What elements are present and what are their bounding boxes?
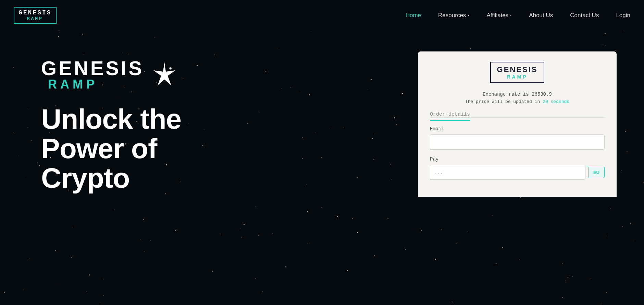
chevron-down-icon: ▾ — [510, 13, 512, 17]
panel-logo-box: GENESIS RAMP — [490, 62, 545, 83]
nav-item-resources[interactable]: Resources ▾ — [438, 12, 469, 19]
price-update-text: The price will be updated in 20 seconds — [430, 99, 605, 104]
hero-line1: Unlock the — [41, 103, 181, 134]
email-label: Email — [430, 126, 605, 132]
hero-heading: Unlock the Power of Crypto — [41, 104, 397, 193]
pay-input[interactable] — [430, 165, 585, 180]
currency-badge: EU — [588, 167, 605, 178]
panel-ramp-text: RAMP — [507, 74, 528, 80]
star-burst-icon — [151, 61, 178, 88]
exchange-rate: Exchange rate is 26530.9 — [430, 92, 605, 97]
nav-item-home[interactable]: Home — [406, 12, 421, 19]
nav-logo[interactable]: GENESIS RAMP — [14, 7, 57, 24]
navigation: GENESIS RAMP Home Resources ▾ Affiliates… — [0, 0, 644, 31]
panel-genesis-text: GENESIS — [497, 65, 538, 74]
hero-logo-text: GENESIS RAMP — [41, 58, 144, 91]
nav-links: Home Resources ▾ Affiliates ▾ About Us C… — [406, 12, 630, 19]
hero-line3: Crypto — [41, 162, 129, 193]
nav-item-contact[interactable]: Contact Us — [570, 12, 599, 19]
nav-item-about[interactable]: About Us — [529, 12, 553, 19]
logo-ramp: RAMP — [27, 16, 43, 21]
chevron-down-icon: ▾ — [467, 13, 469, 17]
hero-logo: GENESIS RAMP — [41, 58, 397, 91]
nav-link-home[interactable]: Home — [406, 12, 421, 19]
pay-row: EU — [430, 165, 605, 180]
nav-item-login[interactable]: Login — [616, 12, 630, 19]
svg-marker-0 — [153, 62, 175, 85]
email-input[interactable] — [430, 134, 605, 150]
order-panel: GENESIS RAMP Exchange rate is 26530.9 Th… — [418, 51, 617, 197]
nav-link-affiliates[interactable]: Affiliates — [486, 12, 508, 19]
nav-link-contact[interactable]: Contact Us — [570, 12, 599, 19]
nav-link-login[interactable]: Login — [616, 12, 630, 19]
nav-link-resources[interactable]: Resources — [438, 12, 466, 19]
hero-ramp-text: RAMP — [48, 78, 144, 91]
order-details-label: Order details — [430, 112, 470, 121]
nav-item-affiliates[interactable]: Affiliates ▾ — [486, 12, 512, 19]
hero-line2: Power of — [41, 133, 157, 164]
price-update-prefix: The price will be updated in — [465, 99, 543, 104]
pay-form-group: Pay EU — [430, 156, 605, 180]
email-form-group: Email — [430, 126, 605, 150]
hero-section: GENESIS RAMP Unlock the Power of Crypto — [41, 51, 397, 193]
hero-genesis-text: GENESIS — [41, 58, 144, 78]
svg-point-1 — [169, 67, 171, 69]
nav-link-about[interactable]: About Us — [529, 12, 553, 19]
logo-genesis: GENESIS — [18, 10, 52, 16]
countdown-timer: 20 seconds — [543, 99, 569, 104]
panel-logo: GENESIS RAMP — [430, 62, 605, 83]
main-content: GENESIS RAMP Unlock the Power of Crypto … — [0, 31, 644, 305]
pay-label: Pay — [430, 156, 605, 162]
